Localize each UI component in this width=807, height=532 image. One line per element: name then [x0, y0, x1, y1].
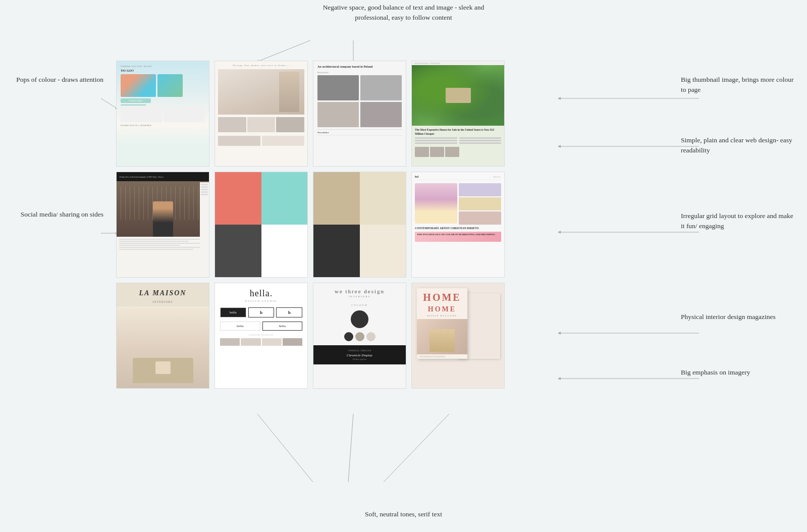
grid-cell-2-3: [313, 172, 406, 278]
swatch-white: [261, 225, 308, 277]
svg-line-0: [257, 40, 310, 62]
svg-line-10: [348, 414, 353, 482]
grid-cell-2-1: Friday Five with Paola Zamudio of NP2 St…: [116, 172, 209, 278]
swatch-coral: [215, 172, 261, 225]
svg-line-9: [257, 414, 313, 482]
grid-cell-3-4: HOME HOME DESIGN MAGAZINE THE INTERIOR O…: [411, 283, 505, 389]
bottom-right-2-annotation: Big emphasis on imagery: [681, 367, 797, 378]
grid-cell-1-4: The Most Expensive House for Sale in the…: [411, 61, 505, 167]
main-container: Negative space, good balance of text and…: [0, 0, 807, 532]
middle-left-annotation: Social media/ sharing on sides: [5, 209, 103, 220]
top-right-2-annotation: Simple, plain and clear web design- easy…: [681, 135, 797, 155]
top-center-annotation: Negative space, good balance of text and…: [308, 3, 500, 22]
swatch-mint: [261, 172, 308, 225]
grid-cell-2-2: [214, 172, 308, 278]
grid-cell-3-3: we three design INTERIORS COLOUR TERMINA…: [313, 283, 406, 389]
swatch-light: [360, 172, 406, 225]
svg-line-11: [384, 414, 449, 482]
svg-line-2: [101, 98, 117, 109]
grid-cell-3-1: LA MAISON INTERIORS: [116, 283, 209, 389]
grid-cell-3-2: hella. DESIGN STUDIO hella h h hella hel…: [214, 283, 308, 389]
grid-cell-1-1: WHERE DO YOU WANT TO GO? SUBSCRIBE EVERY…: [116, 61, 209, 167]
bottom-right-1-annotation: Physical interior design magazines: [681, 312, 797, 322]
image-grid: WHERE DO YOU WANT TO GO? SUBSCRIBE EVERY…: [116, 61, 505, 389]
swatch-tan: [313, 172, 360, 225]
grid-cell-1-3: An architectural company based in Poland…: [313, 61, 406, 167]
swatch-dark-charcoal: [313, 225, 360, 277]
middle-right-annotation: Irregular grid layout to explore and mak…: [681, 211, 797, 231]
bottom-center-annotation: Soft, neutral tones, serif text: [341, 509, 467, 519]
swatch-cream: [360, 225, 406, 277]
grid-cell-1-2: Design that makes you feel at home...: [214, 61, 308, 167]
top-right-1-annotation: Big thumbnail image, brings more colour …: [681, 75, 797, 94]
swatch-charcoal: [215, 225, 261, 277]
grid-cell-2-4: bsl MENU CONTEMPORARY ARTIST CHRISTIAN D…: [411, 172, 505, 278]
top-left-annotation: Pops of colour - draws attention: [5, 75, 103, 85]
